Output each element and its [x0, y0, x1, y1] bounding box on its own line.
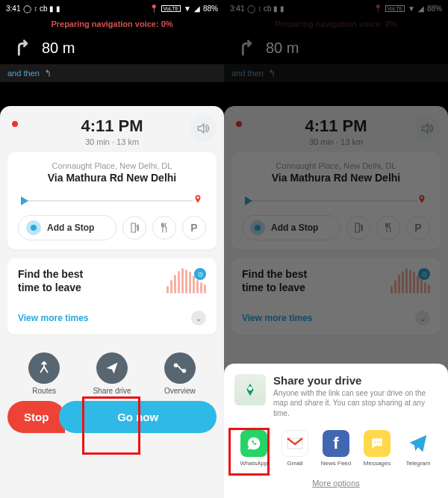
- gmail-button[interactable]: Gmail: [277, 430, 313, 467]
- add-stop-button[interactable]: Add a Stop: [18, 215, 116, 240]
- turn-distance: 80 m: [266, 40, 299, 57]
- gas-icon: [128, 222, 140, 234]
- best-time-card[interactable]: Find the best time to leave View more ti…: [7, 258, 217, 334]
- view-more-times-link[interactable]: View more times: [242, 313, 313, 323]
- status-icons-left: ◯ ↕ cb ▮ ▮: [23, 4, 60, 13]
- sound-button[interactable]: [414, 115, 441, 142]
- messages-button[interactable]: Messages: [359, 430, 395, 467]
- share-map-thumb: [234, 374, 266, 405]
- route-card: Connaught Place, New Delhi, DL Via Mathu…: [7, 152, 217, 249]
- overview-button[interactable]: Overview: [164, 352, 196, 395]
- clock: 3:41: [230, 4, 244, 13]
- nav-voice-banner: Preparing navigation voice: 0%: [224, 16, 448, 31]
- turn-distance: 80 m: [42, 40, 75, 57]
- status-icons-left: ◯ ↕ cb ▮ ▮: [247, 4, 284, 13]
- stop-dot-icon: [250, 220, 265, 235]
- parking-icon: P: [414, 222, 421, 234]
- volte-badge: VoLTE: [161, 5, 181, 12]
- share-sheet: Share your drive Anyone with the link ca…: [224, 364, 448, 499]
- turn-direction: 80 m: [224, 31, 448, 64]
- svg-point-3: [182, 369, 187, 373]
- share-icon: [105, 361, 119, 376]
- svg-point-7: [375, 441, 376, 443]
- volte-badge: VoLTE: [385, 5, 405, 12]
- food-icon: [382, 222, 394, 234]
- highlight-box: [228, 428, 270, 476]
- wifi-icon: ▼: [184, 4, 191, 13]
- route-progress: [245, 197, 427, 205]
- share-drive-button[interactable]: Share drive: [93, 352, 131, 395]
- gas-button[interactable]: [346, 216, 370, 240]
- food-icon: [158, 222, 170, 234]
- turn-right-icon: [236, 37, 257, 58]
- svg-point-4: [421, 196, 423, 199]
- and-then-bar: and then: [224, 64, 448, 82]
- telegram-icon: [407, 432, 429, 455]
- best-time-text: Find the best time to leave: [18, 267, 83, 294]
- food-button[interactable]: [152, 216, 176, 240]
- food-button[interactable]: [376, 216, 400, 240]
- destination-sub: Connaught Place, New Delhi, DL: [18, 161, 206, 170]
- parking-icon: P: [190, 222, 197, 234]
- best-time-text: Find the best time to leave: [242, 267, 307, 294]
- svg-point-8: [377, 441, 379, 443]
- speaker-icon: [196, 121, 211, 136]
- routes-icon: [36, 360, 52, 376]
- status-bar: 3:41 ◯ ↕ cb ▮ ▮ 📍 VoLTE ▼ ◢ 88%: [224, 0, 448, 16]
- waze-pin-icon: [242, 382, 258, 398]
- gas-icon: [352, 222, 364, 234]
- destination-main: Via Mathura Rd New Delhi: [18, 172, 206, 184]
- eta-time: 4:11 PM: [305, 116, 367, 136]
- battery-pct: 88%: [203, 4, 218, 13]
- bottom-actions: Routes Share drive Overview: [7, 343, 217, 401]
- messages-icon: [369, 436, 385, 451]
- destination-sub: Connaught Place, New Delhi, DL: [242, 161, 430, 170]
- signal-icon: ◢: [418, 4, 424, 13]
- recording-dot: [236, 121, 242, 127]
- progress-start-icon: [245, 196, 252, 205]
- destination-pin-icon: [193, 193, 203, 206]
- chevron-down-icon[interactable]: ⌄: [415, 311, 430, 326]
- routes-button[interactable]: Routes: [28, 352, 60, 395]
- share-title: Share your drive: [273, 374, 438, 387]
- highlight-box: [82, 396, 140, 455]
- turn-right-icon: [12, 37, 33, 58]
- svg-point-2: [174, 364, 178, 368]
- newsfeed-button[interactable]: f News Feed: [318, 430, 354, 467]
- add-stop-button[interactable]: Add a Stop: [242, 215, 340, 240]
- stop-button[interactable]: Stop: [7, 401, 65, 433]
- view-more-times-link[interactable]: View more times: [18, 313, 89, 323]
- location-icon: 📍: [149, 4, 158, 13]
- location-icon: 📍: [373, 4, 382, 13]
- wifi-icon: ▼: [408, 4, 415, 13]
- recording-dot: [12, 121, 18, 127]
- eta-time: 4:11 PM: [81, 116, 143, 136]
- overview-icon: [172, 360, 188, 376]
- route-progress: [21, 197, 203, 205]
- progress-start-icon: [21, 196, 28, 205]
- speaker-icon: [420, 121, 435, 136]
- sound-button[interactable]: [190, 115, 217, 142]
- gas-button[interactable]: [122, 216, 146, 240]
- parking-button[interactable]: P: [182, 216, 206, 240]
- telegram-button[interactable]: Telegram: [400, 430, 436, 467]
- status-bar: 3:41 ◯ ↕ cb ▮ ▮ 📍 VoLTE ▼ ◢ 88%: [0, 0, 224, 16]
- chevron-down-icon[interactable]: ⌄: [191, 311, 206, 326]
- eta-sub: 30 min · 13 km: [305, 137, 367, 146]
- stop-dot-icon: [26, 220, 41, 235]
- svg-point-0: [197, 196, 199, 199]
- next-turn-icon: [44, 69, 53, 78]
- bottom-sheet: 4:11 PM 30 min · 13 km Connaught Place, …: [0, 106, 224, 498]
- share-desc: Anyone with the link can see your drive …: [273, 388, 438, 419]
- signal-icon: ◢: [194, 4, 200, 13]
- svg-point-6: [248, 386, 252, 390]
- best-time-card[interactable]: Find the best time to leave View more ti…: [231, 258, 441, 334]
- svg-point-9: [379, 441, 381, 443]
- route-card: Connaught Place, New Delhi, DL Via Mathu…: [231, 152, 441, 249]
- battery-pct: 88%: [427, 4, 442, 13]
- parking-button[interactable]: P: [406, 216, 430, 240]
- eta-sub: 30 min · 13 km: [81, 137, 143, 146]
- clock: 3:41: [6, 4, 20, 13]
- turn-direction: 80 m: [0, 31, 224, 64]
- next-turn-icon: [268, 69, 277, 78]
